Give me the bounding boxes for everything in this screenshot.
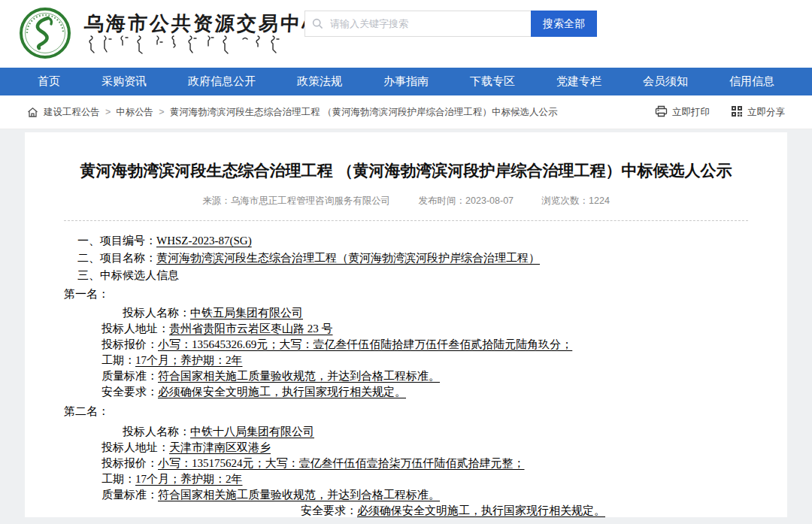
bidder-address-value: 天津市津南区双港乡	[169, 441, 271, 453]
quality-value: 符合国家相关施工质量验收规范，并达到合格工程标准。	[158, 489, 440, 501]
candidate-2-address-line: 投标人地址：天津市津南区双港乡	[64, 440, 748, 456]
candidates-heading-label: 三、中标候选人信息	[77, 269, 179, 281]
nav-item-credit-info[interactable]: 信用信息	[729, 74, 774, 89]
quality-value: 符合国家相关施工质量验收规范，并达到合格工程标准。	[158, 370, 440, 382]
nav-item-party-building[interactable]: 党建专栏	[556, 74, 601, 89]
candidate-1-duration-line: 工期：17个月；养护期：2年	[64, 353, 748, 368]
view-count-label: 浏览次数：	[542, 195, 589, 206]
candidate-2-safety-line: 安全要求：必须确保安全文明施工，执行国家现行相关规定。	[64, 503, 748, 517]
mongolian-script-graphic	[86, 35, 283, 57]
share-button[interactable]: 立即分享	[731, 105, 785, 120]
search-input[interactable]	[304, 11, 531, 37]
nav-item-home[interactable]: 首页	[38, 74, 60, 89]
site-header: 乌海市公共资源交易中心 搜索全部	[0, 0, 812, 68]
candidates-heading: 三、中标候选人信息	[64, 268, 748, 283]
announcement-article: 黄河海勃湾滨河段生态综合治理工程 （黄河海勃湾滨河段护岸综合治理工程）中标候选人…	[25, 132, 787, 517]
duration-label: 工期：	[102, 473, 135, 485]
printer-icon	[655, 105, 668, 120]
bidder-name-value: 中铁十八局集团有限公司	[190, 426, 314, 438]
publish-date-value: 2023-08-07	[465, 195, 514, 206]
candidate-1-name-line: 投标人名称：中铁五局集团有限公司	[64, 305, 748, 321]
quality-label: 质量标准：	[102, 489, 158, 501]
source-value: 乌海市思正工程管理咨询服务有限公司	[231, 195, 391, 206]
candidate-2-duration-line: 工期：17个月；养护期：2年	[64, 471, 748, 487]
print-button-label: 立即打印	[672, 106, 710, 119]
view-count-value: 1224	[589, 195, 610, 206]
candidate-1-address-line: 投标人地址：贵州省贵阳市云岩区枣山路 23 号	[64, 321, 748, 337]
safety-value: 必须确保安全文明施工，执行国家现行相关规定。	[158, 386, 406, 398]
bidder-name-value: 中铁五局集团有限公司	[190, 307, 303, 319]
qr-code-icon	[731, 105, 743, 120]
site-title: 乌海市公共资源交易中心	[83, 11, 325, 37]
candidate-1-rank: 第一名：	[64, 286, 748, 302]
search-box: 搜索全部	[304, 11, 597, 37]
article-body: 一、项目编号：WHSZ-2023-87(SG) 二、项目名称：黄河海勃湾滨河段生…	[25, 221, 787, 517]
candidate-1-safety-line: 安全要求：必须确保安全文明施工，执行国家现行相关规定。	[64, 384, 748, 400]
safety-label: 安全要求：	[301, 504, 357, 516]
site-logo-icon	[18, 6, 72, 60]
project-number-label: 一、项目编号：	[77, 235, 156, 247]
bid-price-value: 小写：135645326.69元；大写：壹亿叁仟伍佰陆拾肆万伍仟叁佰贰拾陆元陆角…	[158, 338, 572, 350]
duration-value: 17个月；养护期：2年	[135, 473, 243, 485]
nav-item-procurement-news[interactable]: 采购资讯	[102, 74, 147, 89]
breadcrumb-separator: >	[159, 107, 164, 117]
bid-price-value: 小写：135175624元；大写：壹亿叁仟伍佰壹拾柒万伍仟陆佰贰拾肆元整；	[158, 457, 525, 469]
bidder-name-label: 投标人名称：	[123, 426, 190, 438]
candidate-2-name-line: 投标人名称：中铁十八局集团有限公司	[64, 424, 748, 440]
candidate-2-rank: 第二名：	[64, 404, 748, 420]
source-label: 来源：	[202, 195, 231, 206]
print-button[interactable]: 立即打印	[655, 105, 710, 120]
bidder-address-label: 投标人地址：	[102, 441, 169, 453]
project-number-value: WHSZ-2023-87(SG)	[156, 235, 252, 247]
nav-item-gov-info[interactable]: 政府信息公开	[188, 74, 256, 89]
safety-label: 安全要求：	[102, 386, 158, 398]
article-meta: 来源：乌海市思正工程管理咨询服务有限公司 发布时间：2023-08-07 浏览次…	[25, 195, 787, 207]
nav-item-downloads[interactable]: 下载专区	[470, 74, 515, 89]
page-title: 黄河海勃湾滨河段生态综合治理工程 （黄河海勃湾滨河段护岸综合治理工程）中标候选人…	[25, 159, 787, 182]
nav-item-service-guide[interactable]: 办事指南	[383, 74, 429, 89]
search-icon	[312, 18, 323, 32]
project-number-line: 一、项目编号：WHSZ-2023-87(SG)	[64, 233, 748, 249]
nav-item-member-notice[interactable]: 会员须知	[643, 74, 688, 89]
main-nav: 首页 采购资讯 政府信息公开 政策法规 办事指南 下载专区 党建专栏 会员须知 …	[0, 68, 812, 95]
breadcrumb-separator: >	[105, 107, 111, 117]
project-name-label: 二、项目名称：	[77, 252, 156, 264]
breadcrumb-item-current-page: 黄河海勃湾滨河段生态综合治理工程 （黄河海勃湾滨河段护岸综合治理工程）中标候选人…	[170, 106, 558, 119]
project-name-line: 二、项目名称：黄河海勃湾滨河段生态综合治理工程（黄河海勃湾滨河段护岸综合治理工程…	[64, 250, 748, 266]
bid-price-label: 投标报价：	[102, 457, 158, 469]
bid-price-label: 投标报价：	[102, 338, 158, 350]
safety-value: 必须确保安全文明施工，执行国家现行相关规定。	[357, 504, 605, 516]
bidder-address-value: 贵州省贵阳市云岩区枣山路 23 号	[169, 323, 333, 335]
candidate-2-price-line: 投标报价：小写：135175624元；大写：壹亿叁仟伍佰壹拾柒万伍仟陆佰贰拾肆元…	[64, 456, 748, 471]
bidder-address-label: 投标人地址：	[102, 323, 169, 335]
candidate-2-quality-line: 质量标准：符合国家相关施工质量验收规范，并达到合格工程标准。	[64, 487, 748, 503]
bidder-name-label: 投标人名称：	[123, 307, 190, 319]
search-all-button[interactable]: 搜索全部	[531, 11, 597, 37]
home-icon[interactable]	[27, 107, 38, 118]
nav-item-policies[interactable]: 政策法规	[297, 74, 342, 89]
duration-label: 工期：	[102, 354, 135, 366]
duration-value: 17个月；养护期：2年	[135, 354, 243, 366]
share-button-label: 立即分享	[747, 106, 785, 119]
candidate-1-quality-line: 质量标准：符合国家相关施工质量验收规范，并达到合格工程标准。	[64, 368, 748, 384]
publish-date-label: 发布时间：	[419, 195, 466, 206]
quality-label: 质量标准：	[102, 370, 158, 382]
project-name-value: 黄河海勃湾滨河段生态综合治理工程（黄河海勃湾滨河段护岸综合治理工程）	[156, 252, 540, 264]
breadcrumb-item-award-notices[interactable]: 中标公告	[116, 106, 153, 119]
breadcrumb-item-construction-notices[interactable]: 建设工程公告	[44, 106, 100, 119]
candidate-1-price-line: 投标报价：小写：135645326.69元；大写：壹亿叁仟伍佰陆拾肆万伍仟叁佰贰…	[64, 337, 748, 353]
breadcrumb: 建设工程公告 > 中标公告 > 黄河海勃湾滨河段生态综合治理工程 （黄河海勃湾滨…	[0, 95, 812, 129]
